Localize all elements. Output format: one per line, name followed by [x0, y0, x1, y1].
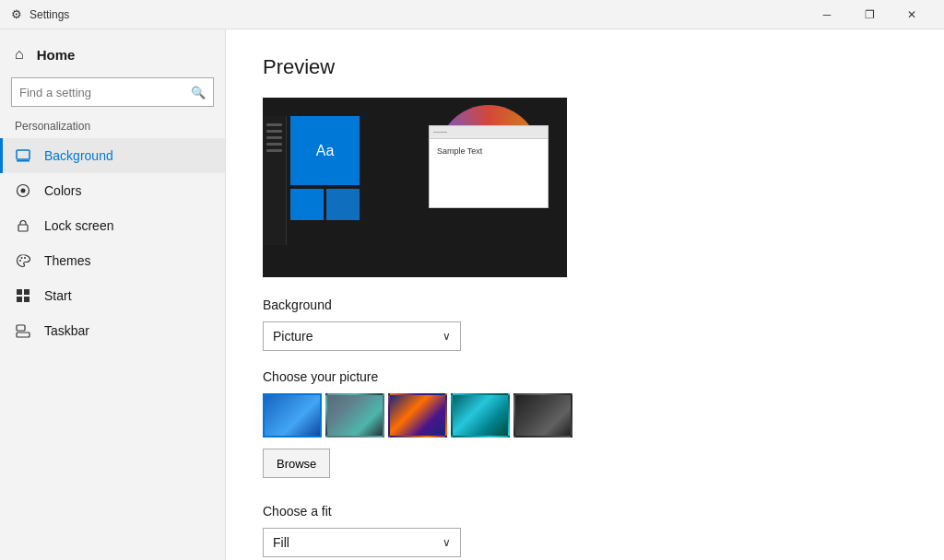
dialog-title-text: ───: [433, 129, 447, 135]
fit-dropdown-arrow: ∨: [442, 536, 451, 549]
tile-small-dark: [326, 189, 360, 220]
fit-section-label: Choose a fit: [263, 504, 907, 519]
taskbar-label: Taskbar: [44, 323, 89, 338]
restore-button[interactable]: ❐: [848, 0, 891, 29]
main-content: Preview Aa: [226, 29, 944, 560]
background-dropdown-arrow: ∨: [442, 330, 451, 343]
title-bar: ⚙ Settings ─ ❐ ✕: [0, 0, 944, 29]
start-icon: [15, 287, 31, 304]
dialog-titlebar: ───: [430, 126, 548, 139]
title-bar-controls: ─ ❐ ✕: [806, 0, 933, 29]
svg-point-7: [24, 257, 26, 259]
title-bar-left: ⚙ Settings: [11, 7, 69, 21]
tile-small: [290, 189, 324, 220]
settings-icon: ⚙: [11, 7, 22, 21]
browse-button[interactable]: Browse: [263, 449, 330, 478]
svg-rect-8: [17, 289, 22, 295]
search-input[interactable]: [19, 86, 191, 99]
app-title: Settings: [30, 8, 69, 21]
colors-icon: [15, 182, 31, 199]
sidebar-item-colors[interactable]: Colors: [0, 173, 225, 208]
tile-big: Aa: [290, 116, 360, 185]
thumbnail-1[interactable]: [263, 393, 322, 438]
background-dropdown[interactable]: Picture ∨: [263, 321, 461, 351]
taskbar-line: [266, 143, 282, 146]
home-icon: ⌂: [15, 46, 24, 63]
preview-taskbar: [263, 116, 287, 245]
picture-thumbnails: [263, 393, 907, 438]
background-icon: [15, 147, 31, 164]
dialog-body: Sample Text: [430, 139, 548, 163]
page-title: Preview: [263, 55, 907, 79]
svg-rect-4: [18, 225, 28, 231]
svg-rect-12: [17, 332, 30, 337]
search-box[interactable]: 🔍: [11, 77, 214, 107]
taskbar-line: [266, 123, 282, 126]
svg-rect-9: [24, 289, 30, 295]
picture-section-label: Choose your picture: [263, 369, 907, 384]
svg-rect-0: [17, 150, 30, 159]
background-label: Background: [44, 148, 113, 163]
minimize-button[interactable]: ─: [806, 0, 848, 29]
sidebar-item-lock-screen[interactable]: Lock screen: [0, 208, 225, 243]
lock-icon: [15, 217, 31, 234]
preview-background: Aa ─── Sample Text: [263, 98, 567, 277]
home-label: Home: [37, 47, 76, 63]
svg-rect-10: [17, 297, 22, 302]
taskbar-lines: [263, 123, 286, 152]
thumbnail-3[interactable]: [388, 393, 447, 438]
sidebar-item-home[interactable]: ⌂ Home: [0, 37, 225, 72]
thumbnail-5[interactable]: [513, 393, 572, 438]
svg-point-3: [21, 189, 26, 193]
taskbar-line: [266, 130, 282, 133]
svg-rect-11: [24, 297, 30, 302]
preview-dialog: ─── Sample Text: [429, 125, 549, 208]
svg-point-5: [19, 260, 21, 262]
svg-rect-13: [17, 325, 25, 331]
sample-text: Sample Text: [437, 146, 482, 156]
thumbnail-4[interactable]: [451, 393, 510, 438]
preview-tiles: Aa: [290, 116, 369, 245]
fit-dropdown[interactable]: Fill ∨: [263, 528, 461, 557]
personalization-label: Personalization: [0, 116, 225, 138]
close-button[interactable]: ✕: [891, 0, 933, 29]
background-section-label: Background: [263, 298, 907, 312]
svg-rect-1: [17, 160, 30, 162]
sidebar-item-background[interactable]: Background: [0, 138, 225, 173]
themes-icon: [15, 252, 31, 269]
start-label: Start: [44, 288, 72, 303]
background-dropdown-value: Picture: [273, 329, 313, 344]
svg-point-6: [21, 257, 23, 259]
themes-label: Themes: [44, 253, 91, 268]
sidebar-item-start[interactable]: Start: [0, 278, 225, 313]
taskbar-line: [266, 149, 282, 152]
taskbar-line: [266, 136, 282, 139]
lock-screen-label: Lock screen: [44, 218, 113, 233]
fit-dropdown-value: Fill: [273, 535, 289, 550]
sidebar: ⌂ Home 🔍 Personalization Background: [0, 29, 226, 560]
sidebar-item-taskbar[interactable]: Taskbar: [0, 313, 225, 348]
tile-row: [290, 189, 369, 220]
preview-window: Aa ─── Sample Text: [263, 98, 567, 277]
search-icon: 🔍: [191, 86, 206, 99]
sidebar-item-themes[interactable]: Themes: [0, 243, 225, 278]
thumbnail-2[interactable]: [325, 393, 384, 438]
app-body: ⌂ Home 🔍 Personalization Background: [0, 29, 944, 560]
taskbar-icon: [15, 322, 31, 339]
colors-label: Colors: [44, 183, 81, 198]
